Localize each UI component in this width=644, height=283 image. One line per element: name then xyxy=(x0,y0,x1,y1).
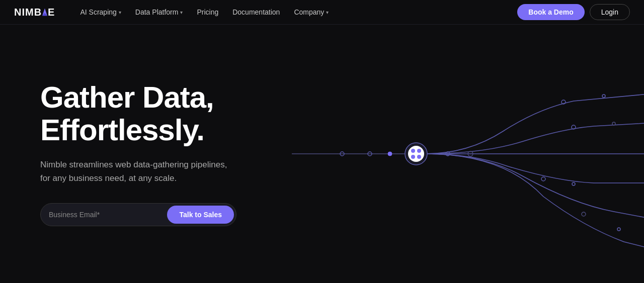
nav-item-documentation[interactable]: Documentation xyxy=(226,5,286,19)
hero-title: Gather Data, Effortlessly. xyxy=(40,81,236,147)
talk-to-sales-button[interactable]: Talk to Sales xyxy=(167,206,234,224)
svg-point-4 xyxy=(388,152,392,156)
svg-point-20 xyxy=(617,228,620,231)
svg-point-10 xyxy=(417,155,421,159)
logo-icon xyxy=(42,7,47,15)
book-demo-button[interactable]: Book a Demo xyxy=(517,4,584,20)
svg-point-6 xyxy=(408,146,424,162)
login-button[interactable]: Login xyxy=(590,4,630,20)
chevron-down-icon: ▾ xyxy=(326,10,329,15)
hero-section: Gather Data, Effortlessly. Nimble stream… xyxy=(0,25,644,283)
nav-item-company[interactable]: Company ▾ xyxy=(288,5,335,19)
nav-item-data-platform[interactable]: Data Platform ▾ xyxy=(129,5,189,19)
svg-point-14 xyxy=(602,95,605,98)
navbar: NIMB E AI Scraping ▾ Data Platform ▾ Pri… xyxy=(0,0,644,25)
hero-content: Gather Data, Effortlessly. Nimble stream… xyxy=(0,81,236,226)
email-input[interactable] xyxy=(49,211,167,219)
nav-item-pricing[interactable]: Pricing xyxy=(191,5,224,19)
svg-point-9 xyxy=(411,155,415,159)
hero-cta-form: Talk to Sales xyxy=(40,203,236,226)
nav-item-ai-scraping[interactable]: AI Scraping ▾ xyxy=(74,5,127,19)
svg-point-7 xyxy=(411,149,415,153)
chevron-down-icon: ▾ xyxy=(119,10,121,15)
network-diagram-svg xyxy=(292,48,644,259)
logo[interactable]: NIMB E xyxy=(14,7,55,18)
chevron-down-icon: ▾ xyxy=(180,10,183,15)
svg-point-8 xyxy=(417,149,421,153)
hero-subtitle: Nimble streamlines web data-gathering pi… xyxy=(40,158,236,185)
svg-point-19 xyxy=(582,212,586,216)
svg-point-18 xyxy=(572,182,575,185)
hero-diagram xyxy=(292,48,644,259)
logo-text: NIMB E xyxy=(14,7,55,18)
svg-point-17 xyxy=(541,177,545,181)
nav-actions: Book a Demo Login xyxy=(517,4,630,20)
nav-links: AI Scraping ▾ Data Platform ▾ Pricing Do… xyxy=(74,5,512,19)
